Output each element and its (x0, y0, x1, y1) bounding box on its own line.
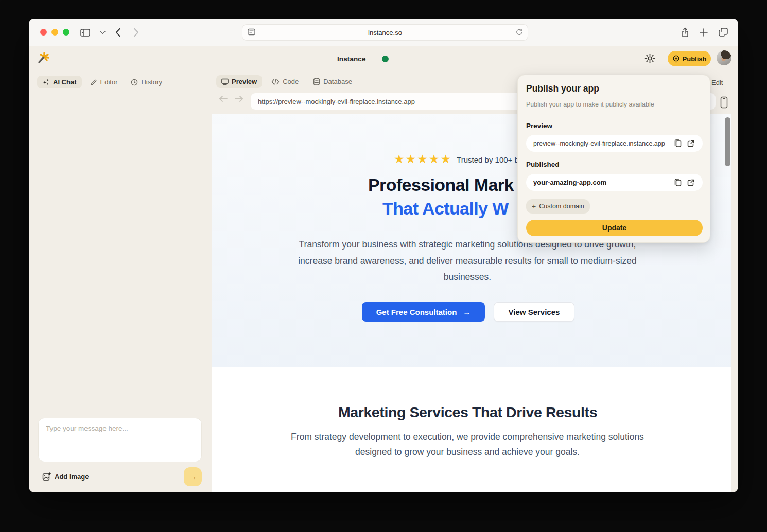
tab-history[interactable]: History (126, 76, 167, 88)
custom-domain-label: Custom domain (539, 203, 584, 210)
settings-gear-icon[interactable] (644, 53, 656, 64)
tab-database-label: Database (323, 78, 352, 85)
back-icon[interactable] (112, 27, 124, 38)
publish-button[interactable]: Publish (668, 51, 711, 66)
popover-subtitle: Publish your app to make it publicly ava… (526, 101, 654, 108)
tab-database[interactable]: Database (308, 75, 357, 88)
address-bar[interactable]: instance.so (242, 24, 528, 41)
hero-paragraph: Transform your business with strategic m… (287, 237, 648, 286)
browser-window: instance.so (29, 19, 738, 492)
add-image-button[interactable]: Add image (38, 472, 89, 481)
tab-edit[interactable]: Edit (711, 76, 723, 88)
zoom-window-button[interactable] (63, 29, 69, 36)
history-clock-icon (131, 79, 138, 86)
tab-code[interactable]: Code (266, 75, 304, 88)
trust-text: Trusted by 100+ bus (457, 154, 527, 164)
tab-overview-icon[interactable] (718, 27, 729, 38)
app-header: Instance Publish (29, 46, 738, 71)
sidebar-toggle-icon[interactable] (79, 27, 91, 38)
tab-editor-label: Editor (100, 78, 118, 86)
chat-message-input[interactable] (46, 424, 194, 455)
app-title: Instance (337, 55, 366, 63)
add-image-icon (42, 472, 51, 481)
services-title: Marketing Services That Drive Results (212, 404, 723, 421)
sidebar-tabs: AI Chat Editor History (37, 76, 167, 88)
traffic-lights (40, 29, 69, 36)
copy-icon[interactable] (671, 137, 684, 150)
address-bar-url: instance.so (242, 25, 528, 40)
send-arrow-icon: → (188, 472, 197, 482)
update-button[interactable]: Update (526, 220, 703, 236)
publish-globe-icon (672, 55, 680, 63)
copy-icon[interactable] (671, 176, 684, 189)
scrollbar-thumb[interactable] (725, 117, 730, 166)
open-external-icon[interactable] (684, 176, 698, 189)
code-icon (271, 79, 280, 85)
add-image-label: Add image (55, 473, 89, 481)
send-message-button[interactable]: → (184, 467, 202, 486)
preview-back-icon[interactable] (218, 95, 229, 103)
popover-published-url: your-amazing-app.com (533, 179, 671, 186)
forward-icon[interactable] (130, 27, 142, 38)
publish-button-label: Publish (683, 55, 707, 63)
scrollbar-track (723, 114, 723, 492)
hero-heading-line1: Professional Mark (368, 175, 514, 195)
tab-ai-chat-label: AI Chat (53, 78, 77, 86)
reload-icon[interactable] (515, 28, 523, 37)
view-services-button[interactable]: View Services (494, 302, 574, 322)
pencil-icon (90, 79, 97, 86)
hero-heading-line2: That Actually W (382, 199, 509, 219)
star-rating-icon: ★★★★★ (394, 153, 452, 165)
popover-title: Publish your app (526, 83, 599, 94)
tab-editor[interactable]: Editor (85, 76, 123, 88)
workspace-tabs: Preview Code Database (216, 75, 357, 88)
user-avatar[interactable] (717, 50, 731, 65)
publish-popover: Publish your app Publish your app to mak… (517, 75, 710, 243)
tab-history-label: History (141, 78, 162, 86)
monitor-icon (221, 78, 229, 85)
close-window-button[interactable] (40, 29, 47, 36)
arrow-right-icon: → (463, 308, 470, 316)
cta-secondary-label: View Services (509, 308, 560, 316)
published-url-row: your-amazing-app.com (526, 174, 703, 191)
preview-forward-icon[interactable] (234, 95, 244, 103)
mobile-device-icon[interactable] (719, 96, 728, 109)
trust-row: ★★★★★ Trusted by 100+ bus (394, 153, 527, 165)
open-external-icon[interactable] (684, 137, 698, 150)
instance-logo-icon[interactable] (36, 51, 50, 65)
browser-toolbar: instance.so (29, 19, 738, 46)
preview-section-label: Preview (526, 122, 552, 130)
published-section-label: Published (526, 161, 560, 168)
get-free-consultation-button[interactable]: Get Free Consultation → (362, 302, 485, 322)
chevron-down-icon[interactable] (97, 27, 108, 38)
popover-preview-url: preview--mockingly-evil-fireplace.instan… (533, 140, 671, 147)
cta-primary-label: Get Free Consultation (376, 308, 457, 316)
share-icon[interactable] (679, 27, 691, 38)
database-icon (313, 78, 320, 85)
status-dot (382, 56, 389, 62)
services-paragraph: From strategy development to execution, … (287, 430, 648, 459)
chat-composer (38, 418, 202, 462)
plus-icon: + (532, 202, 536, 210)
tab-ai-chat[interactable]: AI Chat (37, 76, 82, 88)
tab-preview-label: Preview (232, 78, 257, 85)
custom-domain-button[interactable]: + Custom domain (526, 199, 590, 214)
update-button-label: Update (602, 224, 626, 232)
chat-sidebar: AI Chat Editor History (34, 71, 206, 492)
preview-url-row: preview--mockingly-evil-fireplace.instan… (526, 135, 703, 152)
sparkles-icon (42, 78, 50, 86)
new-tab-icon[interactable] (698, 27, 709, 38)
composer-actions: Add image → (38, 467, 202, 486)
tab-code-label: Code (283, 78, 299, 85)
tab-preview[interactable]: Preview (216, 75, 262, 88)
minimize-window-button[interactable] (51, 29, 58, 36)
